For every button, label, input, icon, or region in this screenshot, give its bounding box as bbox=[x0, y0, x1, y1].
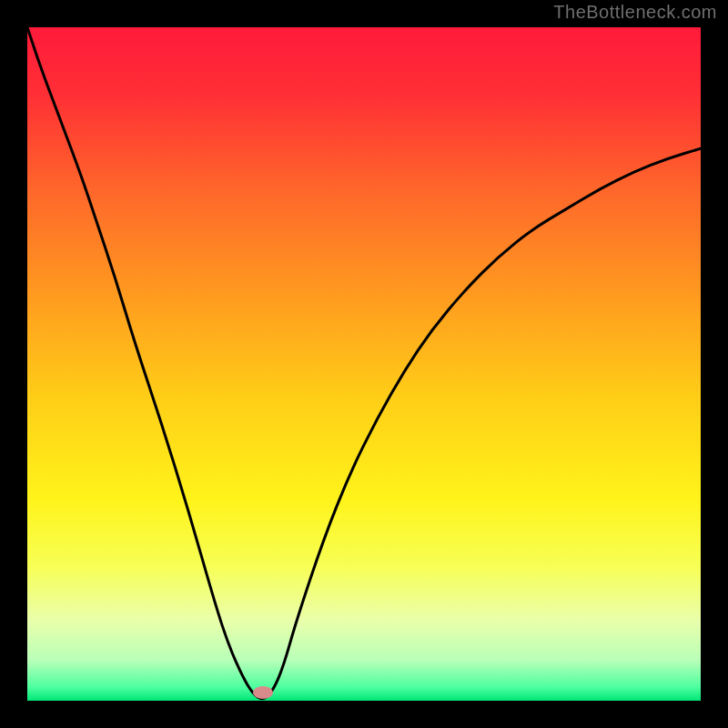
chart-frame: TheBottleneck.com bbox=[0, 0, 728, 728]
sweet-spot-marker bbox=[253, 686, 273, 699]
bottleneck-chart bbox=[27, 27, 701, 701]
watermark-label: TheBottleneck.com bbox=[553, 2, 717, 23]
plot-area bbox=[27, 27, 701, 701]
heat-background bbox=[27, 27, 701, 701]
